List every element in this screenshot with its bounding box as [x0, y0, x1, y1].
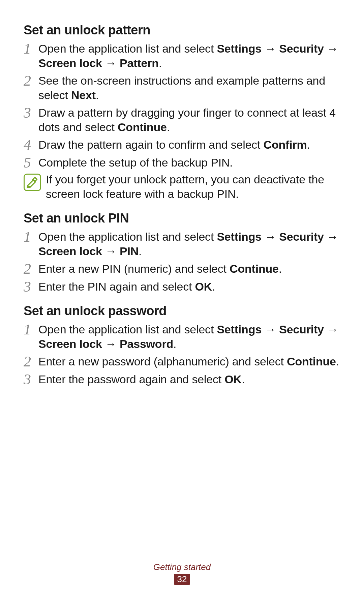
step: 1Open the application list and select Se…: [24, 229, 340, 258]
page-footer: Getting started 32: [0, 562, 364, 585]
step-text: Enter the PIN again and select OK.: [38, 279, 340, 294]
footer-page-number: 32: [174, 574, 190, 585]
step-number: 5: [24, 155, 38, 170]
step: 2Enter a new password (alphanumeric) and…: [24, 354, 340, 369]
section-heading: Set an unlock PIN: [24, 211, 340, 226]
step: 2See the on-screen instructions and exam…: [24, 73, 340, 102]
step-number: 2: [24, 354, 38, 369]
section-heading: Set an unlock password: [24, 304, 340, 318]
step-text: Open the application list and select Set…: [38, 322, 340, 351]
step-text: Draw the pattern again to confirm and se…: [38, 137, 340, 152]
step-text: Open the application list and select Set…: [38, 41, 340, 70]
step-text: Open the application list and select Set…: [38, 229, 340, 258]
section-heading: Set an unlock pattern: [24, 23, 340, 37]
step-text: Enter a new password (alphanumeric) and …: [38, 354, 340, 369]
step-number: 2: [24, 73, 38, 88]
step: 3Enter the password again and select OK.: [24, 371, 340, 387]
step-number: 1: [24, 322, 38, 337]
step-number: 3: [24, 279, 38, 294]
step: 1Open the application list and select Se…: [24, 322, 340, 351]
step: 2Enter a new PIN (numeric) and select Co…: [24, 261, 340, 276]
step-number: 2: [24, 262, 38, 276]
step: 3Draw a pattern by dragging your finger …: [24, 105, 340, 134]
step-number: 1: [24, 230, 38, 244]
step-text: Enter the password again and select OK.: [38, 371, 340, 387]
step-number: 3: [24, 106, 38, 120]
step-text: See the on-screen instructions and examp…: [38, 73, 340, 102]
step-number: 1: [24, 41, 38, 56]
step: 4Draw the pattern again to confirm and s…: [24, 137, 340, 152]
note-icon: [24, 174, 41, 191]
note-block: If you forget your unlock pattern, you c…: [24, 172, 340, 201]
step-text: Complete the setup of the backup PIN.: [38, 155, 340, 170]
step-number: 3: [24, 372, 38, 387]
step-number: 4: [24, 138, 38, 152]
step-text: Enter a new PIN (numeric) and select Con…: [38, 261, 340, 276]
note-text: If you forget your unlock pattern, you c…: [46, 172, 340, 201]
step-text: Draw a pattern by dragging your finger t…: [38, 105, 340, 134]
step: 3Enter the PIN again and select OK.: [24, 279, 340, 294]
footer-chapter: Getting started: [0, 562, 364, 572]
step: 1Open the application list and select Se…: [24, 41, 340, 70]
step: 5Complete the setup of the backup PIN.: [24, 155, 340, 170]
